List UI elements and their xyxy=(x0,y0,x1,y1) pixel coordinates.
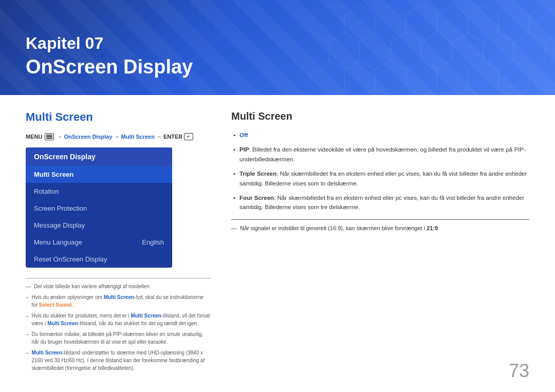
note-text-3: Hvis du slukker for produktet, mens det … xyxy=(32,312,211,327)
osd-menu-item-rotation[interactable]: Rotation xyxy=(26,183,172,200)
note-text-5: Multi Screen-tilstand understøtter to sk… xyxy=(32,349,211,372)
footnote-text: Når signalet er indstillet til generelt … xyxy=(240,224,439,233)
chapter-label: Kapitel 07 xyxy=(26,33,193,54)
menu-path: MENU → OnScreen Display → Multi Screen →… xyxy=(26,133,211,140)
note5-link1: Multi Screen xyxy=(32,350,62,356)
right-column: Multi Screen Off PIP: Billedet fra den e… xyxy=(231,110,529,382)
footnote-dash: — xyxy=(231,224,237,233)
osd-menu-item-screen-protection[interactable]: Screen Protection xyxy=(26,200,172,217)
svg-marker-8 xyxy=(329,33,360,70)
svg-marker-15 xyxy=(313,61,344,95)
svg-marker-12 xyxy=(452,33,483,70)
arrow1: → xyxy=(57,134,62,140)
osd-menu-item-multiscreen[interactable]: Multi Screen xyxy=(26,166,172,183)
term-pip: PIP xyxy=(239,146,249,153)
main-title-label: OnScreen Display xyxy=(26,54,193,80)
svg-marker-21 xyxy=(498,61,529,95)
notes-section: — Det viste billede kan variere afhængig… xyxy=(26,278,211,372)
bullet-pip: PIP: Billedet fra den eksterne videokild… xyxy=(231,145,529,164)
bullet-off: Off xyxy=(231,130,529,140)
svg-marker-7 xyxy=(529,5,555,42)
note-4: – Du bemærker måske, at billedet på PIP-… xyxy=(26,330,211,346)
note-text-2: Hvis du ønsker oplysninger om Multi Scre… xyxy=(32,293,211,309)
bullet-four-content: Four Screen: Når skærmbilledet fra en ek… xyxy=(239,193,529,212)
content-area: Multi Screen MENU → OnScreen Display → M… xyxy=(0,95,555,392)
left-section-title: Multi Screen xyxy=(26,110,211,124)
notes-divider xyxy=(26,278,211,278)
osd-menu-item-message-display[interactable]: Message Display xyxy=(26,217,172,234)
svg-marker-13 xyxy=(483,33,514,70)
term-four: Four Screen xyxy=(239,195,274,201)
svg-marker-9 xyxy=(360,33,391,70)
svg-marker-5 xyxy=(468,5,498,42)
note-5: – Multi Screen-tilstand understøtter to … xyxy=(26,349,211,372)
note-2: – Hvis du ønsker oplysninger om Multi Sc… xyxy=(26,293,211,309)
osd-item-label-reset: Reset OnScreen Display xyxy=(34,255,107,263)
footnote-box: — Når signalet er indstillet til generel… xyxy=(231,219,529,233)
svg-marker-2 xyxy=(375,5,406,42)
note-3: – Hvis du slukker for produktet, mens de… xyxy=(26,312,211,327)
right-section-title: Multi Screen xyxy=(231,110,529,122)
svg-marker-19 xyxy=(437,61,468,95)
hex-pattern-bg xyxy=(298,0,555,95)
enter-icon: ↵ xyxy=(184,133,193,140)
menu-icon-symbol xyxy=(45,133,54,140)
osd-item-label-screen-protection: Screen Protection xyxy=(34,204,87,212)
note-dash-4: – xyxy=(26,330,29,346)
arrow2: → xyxy=(114,134,120,140)
header-banner: Kapitel 07 OnScreen Display xyxy=(0,0,555,95)
osd-menu-header: OnScreen Display xyxy=(26,147,172,166)
note3-link1: Multi Screen xyxy=(131,313,161,319)
note2-link1: Multi Screen xyxy=(104,294,134,300)
note-dash-3: – xyxy=(26,312,29,327)
arrow3: → xyxy=(156,134,162,140)
svg-marker-10 xyxy=(391,33,421,70)
svg-marker-14 xyxy=(514,33,545,70)
note-dash-1: — xyxy=(26,283,31,290)
svg-marker-17 xyxy=(375,61,406,95)
svg-marker-18 xyxy=(406,61,437,95)
osd-menu-item-reset[interactable]: Reset OnScreen Display xyxy=(26,251,172,268)
svg-marker-3 xyxy=(406,5,437,42)
osd-item-value-menu-language: English xyxy=(142,238,164,246)
note-1: — Det viste billede kan variere afhængig… xyxy=(26,283,211,290)
osd-menu-box: OnScreen Display Multi Screen Rotation S… xyxy=(26,147,172,268)
note-dash-2: – xyxy=(26,293,29,309)
note3-link2: Multi Screen xyxy=(47,321,78,326)
bullet-four: Four Screen: Når skærmbilledet fra en ek… xyxy=(231,193,529,212)
header-title: Kapitel 07 OnScreen Display xyxy=(26,33,193,80)
term-triple: Triple Screen xyxy=(239,171,276,177)
note2-link2: Select Sound xyxy=(39,302,71,308)
note-dash-5: – xyxy=(26,349,29,372)
path-enter: ENTER xyxy=(163,134,182,140)
bullet-triple-content: Triple Screen: Når skærmbilledet fra en … xyxy=(239,169,529,188)
osd-item-label-menu-language: Menu Language xyxy=(34,238,82,246)
osd-item-label-message-display: Message Display xyxy=(34,221,85,229)
svg-marker-20 xyxy=(468,61,498,95)
page-number: 73 xyxy=(509,360,529,382)
osd-item-label-multiscreen: Multi Screen xyxy=(34,171,73,178)
svg-marker-0 xyxy=(313,5,344,42)
svg-marker-11 xyxy=(421,33,452,70)
svg-marker-1 xyxy=(344,5,375,42)
footnote-bold: 21:9 xyxy=(427,225,438,231)
svg-marker-16 xyxy=(344,61,375,95)
bullet-pip-content: PIP: Billedet fra den eksterne videokild… xyxy=(239,145,529,164)
svg-marker-4 xyxy=(437,5,468,42)
left-column: Multi Screen MENU → OnScreen Display → M… xyxy=(26,110,211,382)
note-text-4: Du bemærker måske, at billedet på PIP-sk… xyxy=(32,330,211,346)
menu-label: MENU xyxy=(26,134,42,140)
path-onscreen: OnScreen Display xyxy=(64,134,112,140)
osd-menu-item-menu-language[interactable]: Menu Language English xyxy=(26,234,172,251)
bullet-off-label: Off xyxy=(239,130,248,140)
path-multiscreen: Multi Screen xyxy=(121,134,155,140)
note-text-1: Det viste billede kan variere afhængigt … xyxy=(34,283,151,290)
bullet-triple: Triple Screen: Når skærmbilledet fra en … xyxy=(231,169,529,188)
svg-marker-6 xyxy=(498,5,529,42)
osd-item-label-rotation: Rotation xyxy=(34,188,59,195)
bullet-list: Off PIP: Billedet fra den eksterne video… xyxy=(231,130,529,212)
